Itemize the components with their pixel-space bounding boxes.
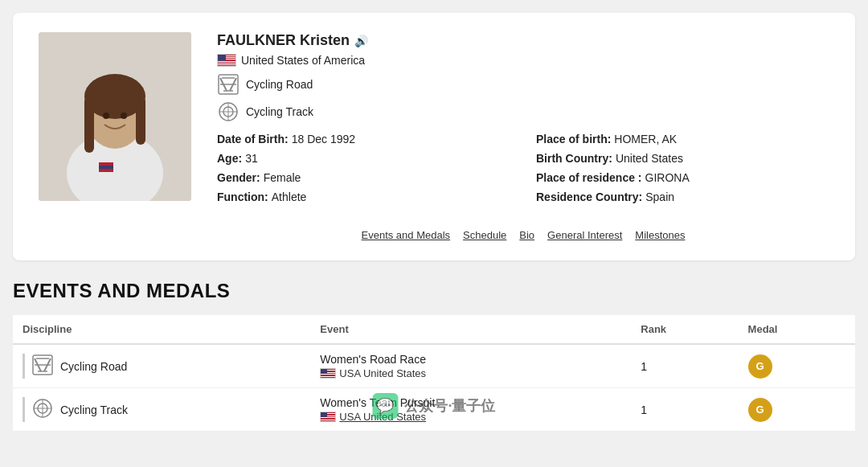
athlete-photo <box>39 32 191 201</box>
birth-country-row: Birth Country: United States <box>536 152 829 165</box>
dob-value: 18 Dec 1992 <box>292 133 355 145</box>
team-link[interactable]: USA United States <box>339 411 426 423</box>
rank-cell: 1 <box>631 388 738 432</box>
discipline-cell: Cycling Track <box>13 388 310 432</box>
events-medals-section: EVENTS AND MEDALS Discipline Event Rank … <box>13 280 855 432</box>
section-title: EVENTS AND MEDALS <box>13 280 855 302</box>
nav-general-interest[interactable]: General Interest <box>547 229 622 241</box>
country-name: United States of America <box>241 54 365 67</box>
cycling-road-icon <box>217 73 240 96</box>
svg-rect-7 <box>99 162 113 166</box>
event-name: Women's Team Pursuit <box>320 396 621 409</box>
table-row: Cycling Track Women's Team Pursuit USA U… <box>13 388 855 432</box>
col-discipline: Discipline <box>13 315 310 344</box>
event-cell: Women's Team Pursuit USA United States <box>310 388 631 432</box>
nav-events-medals[interactable]: Events and Medals <box>362 229 451 241</box>
function-value: Athlete <box>272 190 307 203</box>
name-text: FAULKNER Kristen <box>217 32 350 49</box>
nav-schedule[interactable]: Schedule <box>463 229 506 241</box>
cycling-track-label: Cycling Track <box>246 105 313 118</box>
gender-row: Gender: Female <box>217 171 510 184</box>
svg-rect-8 <box>99 169 113 172</box>
cycling-road-icon <box>31 354 54 379</box>
function-row: Function: Athlete <box>217 190 510 203</box>
profile-info: FAULKNER Kristen 🔊 United States of Amer… <box>217 32 829 241</box>
residence-country-row: Residence Country: Spain <box>536 190 829 203</box>
svg-rect-5 <box>136 96 145 145</box>
team-label: USA United States <box>339 367 426 379</box>
residence-country-label: Residence Country: <box>536 190 642 203</box>
usa-flag <box>217 54 236 67</box>
speaker-icon[interactable]: 🔊 <box>354 35 368 47</box>
discipline-name: Cycling Track <box>60 404 128 416</box>
medal-cell: G <box>739 388 855 432</box>
birth-country-label: Birth Country: <box>536 152 612 165</box>
pob-value: HOMER, AK <box>614 133 677 145</box>
details-grid: Date of Birth: 18 Dec 1992 Place of birt… <box>217 133 829 203</box>
athlete-name: FAULKNER Kristen 🔊 <box>217 32 829 49</box>
event-name: Women's Road Race <box>320 353 621 366</box>
age-label: Age: <box>217 152 242 165</box>
dob-label: Date of Birth: <box>217 133 289 145</box>
cycling-track-icon <box>217 100 240 123</box>
gender-label: Gender: <box>217 171 260 184</box>
rank-cell: 1 <box>631 344 738 388</box>
residence-row: Place of residence : GIRONA <box>536 171 829 184</box>
discipline-name: Cycling Road <box>60 360 127 373</box>
col-rank: Rank <box>631 315 738 344</box>
pob-label: Place of birth: <box>536 133 611 145</box>
dob-row: Date of Birth: 18 Dec 1992 <box>217 133 510 145</box>
table-header-row: Discipline Event Rank Medal <box>13 315 855 344</box>
discipline-track-row: Cycling Track <box>217 100 829 123</box>
svg-point-9 <box>103 113 109 119</box>
col-medal: Medal <box>739 315 855 344</box>
discipline-cell: Cycling Road <box>13 344 310 388</box>
col-event: Event <box>310 315 631 344</box>
discipline-road-row: Cycling Road <box>217 73 829 96</box>
profile-nav-links: Events and Medals Schedule Bio General I… <box>217 219 829 241</box>
svg-rect-4 <box>84 96 94 153</box>
birth-country-value: United States <box>616 152 683 165</box>
event-team-row: USA United States <box>320 411 621 423</box>
function-label: Function: <box>217 190 268 203</box>
cycling-road-label: Cycling Road <box>246 78 313 91</box>
svg-point-10 <box>121 113 127 119</box>
residence-value: GIRONA <box>645 171 690 184</box>
event-cell: Women's Road Race USA United States <box>310 344 631 388</box>
gold-medal-badge: G <box>748 398 772 422</box>
profile-card: FAULKNER Kristen 🔊 United States of Amer… <box>13 13 855 260</box>
residence-country-value: Spain <box>645 190 674 203</box>
cycling-track-icon <box>31 397 54 422</box>
event-team-row: USA United States <box>320 367 621 379</box>
nav-bio[interactable]: Bio <box>519 229 534 241</box>
age-value: 31 <box>245 152 258 165</box>
residence-label: Place of residence : <box>536 171 642 184</box>
gender-value: Female <box>264 171 301 184</box>
nav-milestones[interactable]: Milestones <box>635 229 685 241</box>
table-row: Cycling Road Women's Road Race USA Unite… <box>13 344 855 388</box>
country-row: United States of America <box>217 54 829 67</box>
events-table: Discipline Event Rank Medal Cycling Road… <box>13 315 855 432</box>
gold-medal-badge: G <box>748 354 772 379</box>
age-row: Age: 31 <box>217 152 510 165</box>
pob-row: Place of birth: HOMER, AK <box>536 133 829 145</box>
medal-cell: G <box>739 344 855 388</box>
